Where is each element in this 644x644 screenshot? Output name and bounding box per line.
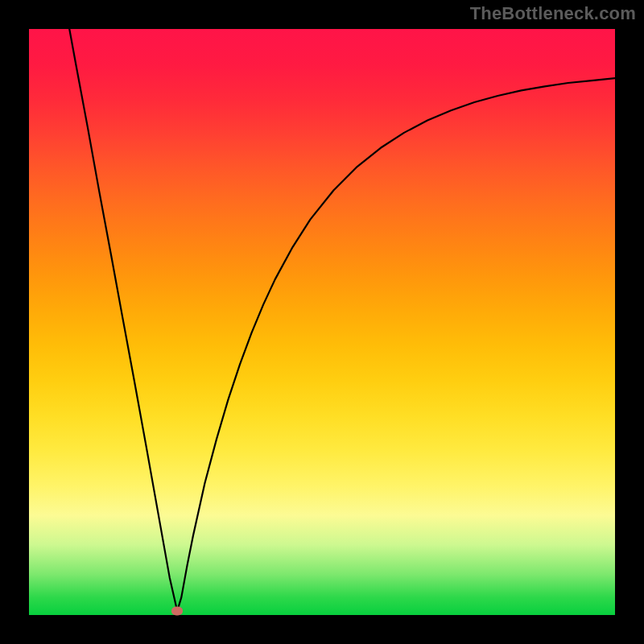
curve-path	[69, 29, 615, 611]
watermark-text: TheBottleneck.com	[470, 3, 636, 24]
bottleneck-curve	[29, 29, 615, 615]
plot-area	[29, 29, 615, 615]
minimum-marker	[171, 606, 183, 615]
chart-frame: TheBottleneck.com	[0, 0, 644, 644]
